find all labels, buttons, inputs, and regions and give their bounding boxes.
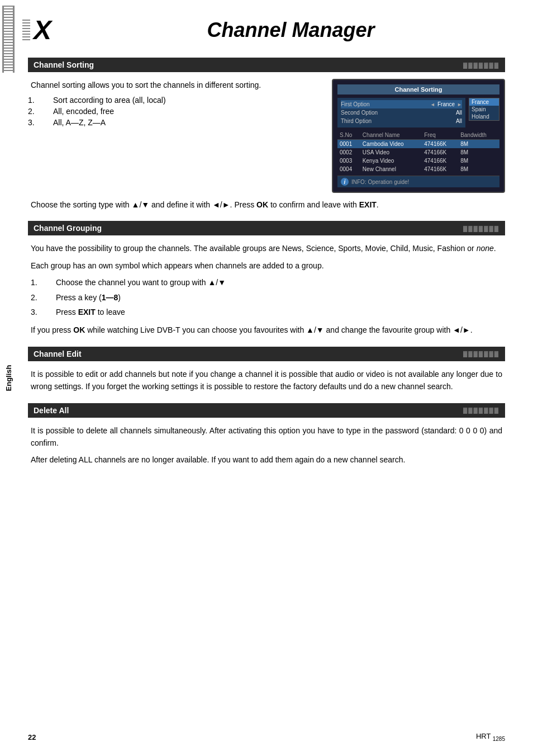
channel-edit-title: Channel Edit xyxy=(34,349,82,358)
list-item: 1. Choose the channel you want to group … xyxy=(31,276,502,289)
choose-text-1: Choose the sorting type with ▲/▼ and def… xyxy=(31,200,256,209)
grouping-para1: You have the possibility to group the ch… xyxy=(31,242,502,254)
edit-para: It is possible to edit or add channels b… xyxy=(31,368,502,393)
sorting-list: 1. Sort according to area (all, local) 2… xyxy=(28,96,321,127)
choose-paragraph: Choose the sorting type with ▲/▼ and def… xyxy=(31,199,502,211)
list-num: 2. xyxy=(31,291,45,304)
table-row: 0004New Channel474166K8M xyxy=(337,165,499,173)
grouping-para1-end: . xyxy=(494,244,496,253)
third-option-value: All xyxy=(456,118,462,124)
list-num: 3. xyxy=(31,306,45,318)
delete-para1: It is possible to delete all channels si… xyxy=(31,424,502,450)
list-text: Choose the channel you want to group wit… xyxy=(56,276,226,289)
page-title: Channel Manager xyxy=(77,18,505,42)
list-end: to leave xyxy=(96,308,125,316)
channel-edit-section: Channel Edit ▓▓▓▓▓▓▓ It is possible to e… xyxy=(28,347,505,393)
grouping-dots: ▓▓▓▓▓▓▓ xyxy=(463,225,499,231)
list-end: ) xyxy=(118,293,121,302)
choose-text: Choose the sorting type with ▲/▼ and def… xyxy=(28,199,505,211)
list-item: 2. Press a key (1—8) xyxy=(31,291,502,304)
second-option-value: All xyxy=(456,110,462,116)
footer-model: HRT 1285 xyxy=(476,732,505,742)
sorting-intro-text: Channel sorting allows you to sort the c… xyxy=(31,79,318,91)
tv-screen: Channel Sorting First Option ◄ France ► xyxy=(332,79,505,193)
language-label: English xyxy=(4,365,13,391)
grouping-list: 1. Choose the channel you want to group … xyxy=(31,276,502,318)
tv-screen-wrapper: Channel Sorting First Option ◄ France ► xyxy=(332,79,505,193)
list-text: All, A—Z, Z—A xyxy=(53,118,106,127)
delete-body: It is possible to delete all channels si… xyxy=(28,424,505,466)
delete-all-header: Delete All ▓▓▓▓▓▓▓ xyxy=(28,403,505,418)
left-arrow: ◄ xyxy=(430,102,435,107)
col-name: Channel Name xyxy=(360,131,422,140)
tv-options: First Option ◄ France ► Second Option Al… xyxy=(337,98,465,127)
list-text: Press EXIT to leave xyxy=(56,306,125,318)
channel-grouping-title: Channel Grouping xyxy=(34,224,102,233)
list-num: 3. xyxy=(28,118,42,127)
choose-ok: OK xyxy=(256,200,268,209)
table-row: 0003Kenya Video474166K8M xyxy=(337,157,499,165)
choose-text-2: to confirm and leave with xyxy=(268,200,359,209)
logo-lines xyxy=(22,20,30,42)
list-num: 1. xyxy=(31,276,45,289)
right-arrow: ► xyxy=(457,102,462,107)
if-ok: OK xyxy=(73,325,85,334)
tv-channel-table: S.No Channel Name Freq Bandwidth 0001Cam… xyxy=(337,131,499,173)
channel-sorting-section: Channel Sorting ▓▓▓▓▓▓▓ Channel sorting … xyxy=(28,58,505,211)
col-sno: S.No xyxy=(337,131,360,140)
list-num: 1. xyxy=(28,96,42,105)
if-text-2: while watching Live DVB-T you can choose… xyxy=(85,325,472,334)
tv-info-bar: i INFO: Operation guide! xyxy=(337,176,499,187)
list-item: 3. Press EXIT to leave xyxy=(31,306,502,318)
logo-x: X xyxy=(34,17,51,44)
delete-all-title: Delete All xyxy=(34,406,69,415)
edit-dots: ▓▓▓▓▓▓▓ xyxy=(463,351,499,357)
country-spain: Spain xyxy=(469,106,499,113)
sidebar-decoration xyxy=(2,6,15,73)
tv-title: Channel Sorting xyxy=(337,84,499,94)
first-option-value: ◄ France ► xyxy=(430,101,462,107)
list-bold: 1—8 xyxy=(102,293,118,302)
footer-model-text: HRT xyxy=(476,732,491,740)
channel-sorting-title: Channel Sorting xyxy=(34,60,94,69)
if-text-1: If you press xyxy=(31,325,73,334)
info-icon: i xyxy=(341,178,349,186)
country-france: France xyxy=(469,98,499,106)
table-row: 0002USA Video474166K8M xyxy=(337,148,499,157)
sorting-dots: ▓▓▓▓▓▓▓ xyxy=(463,62,499,68)
footer-page-number: 22 xyxy=(28,733,36,741)
tv-option-first: First Option ◄ France ► xyxy=(341,100,462,108)
info-text: INFO: Operation guide! xyxy=(351,179,409,185)
list-text: Press a key (1—8) xyxy=(56,291,121,304)
grouping-para1-text: You have the possibility to group the ch… xyxy=(31,244,477,253)
list-item: 2. All, encoded, free xyxy=(28,107,321,116)
channel-edit-header: Channel Edit ▓▓▓▓▓▓▓ xyxy=(28,347,505,361)
sorting-layout: Channel sorting allows you to sort the c… xyxy=(28,79,505,193)
left-sidebar: English xyxy=(0,0,17,756)
col-bw: Bandwidth xyxy=(458,131,499,140)
grouping-para2: Each group has an own symbol which appea… xyxy=(31,259,502,272)
tv-option-third: Third Option All xyxy=(341,117,462,125)
grouping-if-text: If you press OK while watching Live DVB-… xyxy=(31,324,502,336)
sorting-left: Channel sorting allows you to sort the c… xyxy=(28,79,321,193)
channel-grouping-header: Channel Grouping ▓▓▓▓▓▓▓ xyxy=(28,221,505,235)
list-text: Sort according to area (all, local) xyxy=(53,96,166,105)
first-option-label: First Option xyxy=(341,101,370,107)
channel-grouping-section: Channel Grouping ▓▓▓▓▓▓▓ You have the po… xyxy=(28,221,505,336)
second-option-label: Second Option xyxy=(341,110,378,116)
delete-para2: After deleting ALL channels are no longe… xyxy=(31,453,502,466)
grouping-body: You have the possibility to group the ch… xyxy=(28,242,505,336)
grouping-none: none xyxy=(477,244,494,253)
channel-sorting-header: Channel Sorting ▓▓▓▓▓▓▓ xyxy=(28,58,505,72)
tv-option-second: Second Option All xyxy=(341,108,462,117)
list-item: 1. Sort according to area (all, local) xyxy=(28,96,321,105)
footer-model-sub: 1285 xyxy=(493,736,505,742)
country-holand: Holand xyxy=(469,113,499,120)
third-option-label: Third Option xyxy=(341,118,372,124)
table-header-row: S.No Channel Name Freq Bandwidth xyxy=(337,131,499,140)
choose-text-3: . xyxy=(377,200,379,209)
first-option-text: France xyxy=(437,101,455,107)
list-num: 2. xyxy=(28,107,42,116)
choose-exit: EXIT xyxy=(359,200,377,209)
delete-dots: ▓▓▓▓▓▓▓ xyxy=(463,407,499,413)
